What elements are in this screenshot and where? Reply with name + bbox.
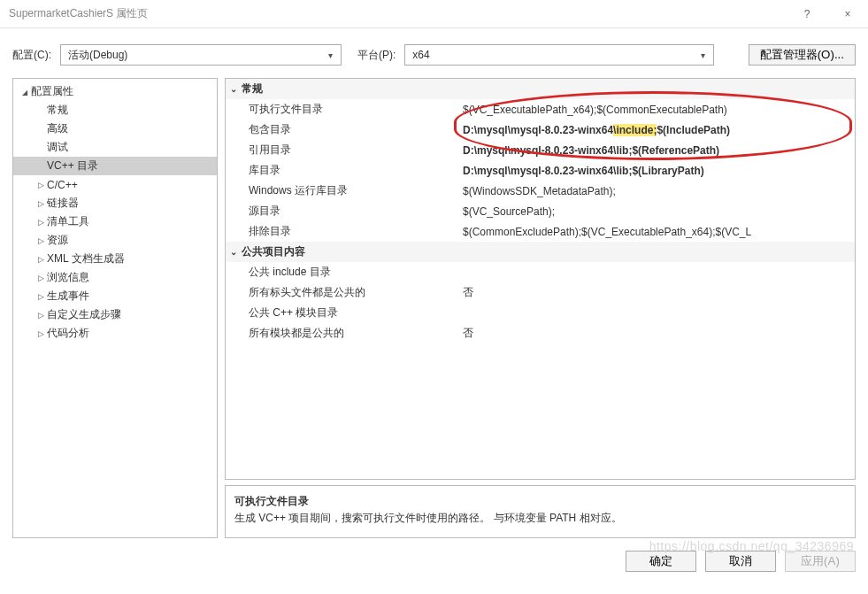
description-body: 生成 VC++ 项目期间，搜索可执行文件时使用的路径。 与环境变量 PATH 相…	[234, 510, 846, 527]
description-title: 可执行文件目录	[234, 493, 846, 510]
tree-item-label: 代码分析	[47, 326, 89, 341]
tree-expander-collapsed-icon[interactable]	[35, 328, 47, 338]
window-title: SupermarketCashierS 属性页	[9, 6, 787, 21]
property-name: 公共 include 目录	[242, 265, 463, 280]
property-group-header[interactable]: ⌄常规	[226, 79, 855, 99]
tree-item-label: 自定义生成步骤	[47, 307, 121, 322]
group-collapse-icon[interactable]: ⌄	[226, 247, 242, 257]
property-grid[interactable]: ⌄常规可执行文件目录$(VC_ExecutablePath_x64);$(Com…	[225, 78, 856, 480]
platform-combo-value: x64	[412, 49, 695, 61]
main-area: 配置属性常规高级调试VC++ 目录C/C++链接器清单工具资源XML 文档生成器…	[0, 78, 868, 538]
titlebar: SupermarketCashierS 属性页 ? ×	[0, 0, 868, 28]
tree-item[interactable]: C/C++	[13, 175, 217, 194]
highlighted-text: \include;	[613, 124, 657, 136]
tree-item[interactable]: 浏览信息	[13, 268, 217, 287]
tree-item-label: 生成事件	[47, 289, 89, 304]
tree-item[interactable]: VC++ 目录	[13, 157, 217, 175]
property-name: 引用目录	[242, 143, 463, 158]
tree-expander-collapsed-icon[interactable]	[35, 235, 47, 245]
tree-item-label: 调试	[47, 140, 68, 155]
tree-item[interactable]: 调试	[13, 138, 217, 157]
chevron-down-icon: ▾	[695, 50, 710, 60]
property-group-title: 公共项目内容	[242, 244, 463, 259]
apply-button[interactable]: 应用(A)	[785, 551, 856, 572]
property-row[interactable]: 引用目录D:\mysql\mysql-8.0.23-winx64\lib;$(R…	[226, 140, 855, 160]
tree-item-label: 资源	[47, 233, 68, 248]
property-name: 公共 C++ 模块目录	[242, 305, 463, 320]
right-panel: ⌄常规可执行文件目录$(VC_ExecutablePath_x64);$(Com…	[225, 78, 856, 538]
tree-panel[interactable]: 配置属性常规高级调试VC++ 目录C/C++链接器清单工具资源XML 文档生成器…	[12, 78, 218, 538]
platform-combo[interactable]: x64 ▾	[404, 44, 714, 66]
property-value[interactable]: 否	[463, 326, 855, 341]
tree-item[interactable]: 清单工具	[13, 212, 217, 231]
property-name: 包含目录	[242, 122, 463, 137]
property-group-header[interactable]: ⌄公共项目内容	[226, 242, 855, 262]
config-combo[interactable]: 活动(Debug) ▾	[60, 44, 342, 66]
property-value[interactable]: D:\mysql\mysql-8.0.23-winx64\include;$(I…	[463, 124, 855, 136]
tree-item-label: 清单工具	[47, 214, 89, 229]
property-row[interactable]: 公共 C++ 模块目录	[226, 303, 855, 323]
dialog-footer: 确定 取消 应用(A)	[0, 538, 868, 572]
property-name: 所有标头文件都是公共的	[242, 285, 463, 300]
tree-item[interactable]: 代码分析	[13, 324, 217, 343]
tree-expander-expanded-icon[interactable]	[19, 87, 31, 96]
tree-item-label: 配置属性	[31, 84, 73, 99]
tree-item[interactable]: 自定义生成步骤	[13, 305, 217, 324]
tree-item[interactable]: XML 文档生成器	[13, 250, 217, 268]
tree-item[interactable]: 生成事件	[13, 287, 217, 305]
chevron-down-icon: ▾	[323, 50, 337, 60]
tree-expander-collapsed-icon[interactable]	[35, 217, 47, 227]
tree-item-label: VC++ 目录	[47, 158, 98, 174]
property-row[interactable]: 所有模块都是公共的否	[226, 323, 855, 343]
tree-expander-collapsed-icon[interactable]	[35, 291, 47, 301]
property-name: 源目录	[242, 204, 463, 219]
tree-item-label: 高级	[47, 121, 68, 136]
property-value[interactable]: $(WindowsSDK_MetadataPath);	[463, 185, 855, 197]
tree-item-label: 链接器	[47, 196, 79, 211]
tree-item-label: 浏览信息	[47, 270, 89, 285]
tree-item[interactable]: 资源	[13, 231, 217, 250]
config-combo-value: 活动(Debug)	[68, 48, 323, 63]
property-row[interactable]: 所有标头文件都是公共的否	[226, 282, 855, 303]
property-row[interactable]: 包含目录D:\mysql\mysql-8.0.23-winx64\include…	[226, 120, 855, 140]
property-name: 库目录	[242, 163, 463, 178]
tree-item[interactable]: 常规	[13, 101, 217, 120]
property-value[interactable]: $(VC_SourcePath);	[463, 205, 855, 218]
property-name: Windows 运行库目录	[242, 183, 463, 198]
cancel-button[interactable]: 取消	[705, 551, 776, 572]
tree-expander-collapsed-icon[interactable]	[35, 273, 47, 282]
property-row[interactable]: 公共 include 目录	[226, 262, 855, 282]
property-value[interactable]: $(CommonExcludePath);$(VC_ExecutablePath…	[463, 226, 855, 238]
property-row[interactable]: Windows 运行库目录$(WindowsSDK_MetadataPath);	[226, 181, 855, 201]
config-manager-button[interactable]: 配置管理器(O)...	[749, 44, 856, 66]
property-value[interactable]: D:\mysql\mysql-8.0.23-winx64\lib;$(Refer…	[463, 144, 855, 157]
config-label: 配置(C):	[12, 48, 51, 63]
property-value[interactable]: D:\mysql\mysql-8.0.23-winx64\lib;$(Libra…	[463, 165, 855, 177]
property-row[interactable]: 源目录$(VC_SourcePath);	[226, 201, 855, 221]
property-value[interactable]: 否	[463, 285, 855, 300]
tree-item-label: C/C++	[47, 179, 78, 191]
platform-label: 平台(P):	[357, 48, 396, 63]
property-row[interactable]: 可执行文件目录$(VC_ExecutablePath_x64);$(Common…	[226, 99, 855, 120]
ok-button[interactable]: 确定	[626, 551, 696, 572]
property-value[interactable]: $(VC_ExecutablePath_x64);$(CommonExecuta…	[463, 104, 855, 116]
tree-expander-collapsed-icon[interactable]	[35, 180, 47, 189]
description-panel: 可执行文件目录 生成 VC++ 项目期间，搜索可执行文件时使用的路径。 与环境变…	[225, 485, 856, 538]
property-row[interactable]: 库目录D:\mysql\mysql-8.0.23-winx64\lib;$(Li…	[226, 160, 855, 181]
tree-item[interactable]: 高级	[13, 120, 217, 138]
help-icon[interactable]: ?	[787, 0, 827, 28]
tree-expander-collapsed-icon[interactable]	[35, 310, 47, 320]
tree-item[interactable]: 配置属性	[13, 82, 217, 101]
tree-expander-collapsed-icon[interactable]	[35, 254, 47, 264]
tree-item-label: XML 文档生成器	[47, 251, 125, 266]
property-name: 所有模块都是公共的	[242, 326, 463, 341]
group-collapse-icon[interactable]: ⌄	[226, 84, 242, 94]
property-name: 可执行文件目录	[242, 102, 463, 117]
tree-item-label: 常规	[47, 103, 68, 118]
tree-expander-collapsed-icon[interactable]	[35, 198, 47, 208]
tree-item[interactable]: 链接器	[13, 194, 217, 212]
property-row[interactable]: 排除目录$(CommonExcludePath);$(VC_Executable…	[226, 221, 855, 242]
close-icon[interactable]: ×	[827, 0, 868, 28]
config-toolbar: 配置(C): 活动(Debug) ▾ 平台(P): x64 ▾ 配置管理器(O)…	[0, 28, 868, 78]
property-group-title: 常规	[242, 81, 463, 96]
